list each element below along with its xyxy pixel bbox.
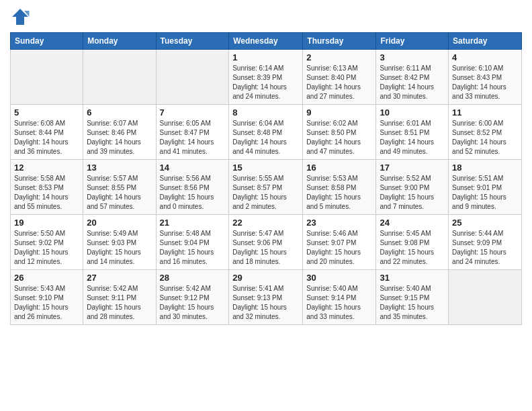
page: SundayMondayTuesdayWednesdayThursdayFrid… — [0, 0, 532, 411]
weekday-header-friday: Friday — [376, 33, 449, 50]
calendar-cell: 28Sunrise: 5:42 AM Sunset: 9:12 PM Dayli… — [156, 270, 229, 325]
calendar-cell: 23Sunrise: 5:46 AM Sunset: 9:07 PM Dayli… — [303, 215, 376, 270]
calendar-cell: 15Sunrise: 5:55 AM Sunset: 8:57 PM Dayli… — [229, 160, 303, 215]
day-number: 10 — [380, 107, 445, 118]
calendar-cell: 30Sunrise: 5:40 AM Sunset: 9:14 PM Dayli… — [303, 270, 376, 325]
calendar-cell: 19Sunrise: 5:50 AM Sunset: 9:02 PM Dayli… — [11, 215, 83, 270]
calendar-cell: 11Sunrise: 6:00 AM Sunset: 8:52 PM Dayli… — [449, 105, 522, 160]
day-number: 17 — [380, 163, 445, 173]
day-number: 23 — [306, 218, 372, 228]
day-info: Sunrise: 6:02 AM Sunset: 8:50 PM Dayligh… — [306, 119, 372, 156]
day-number: 5 — [14, 107, 79, 118]
calendar-cell: 27Sunrise: 5:42 AM Sunset: 9:11 PM Dayli… — [83, 270, 156, 325]
calendar-cell: 9Sunrise: 6:02 AM Sunset: 8:50 PM Daylig… — [303, 105, 376, 160]
day-info: Sunrise: 5:52 AM Sunset: 9:00 PM Dayligh… — [380, 174, 445, 212]
day-info: Sunrise: 6:11 AM Sunset: 8:42 PM Dayligh… — [380, 64, 445, 101]
calendar-cell: 31Sunrise: 5:40 AM Sunset: 9:15 PM Dayli… — [376, 270, 449, 325]
calendar-cell — [11, 50, 83, 105]
day-number: 24 — [380, 218, 445, 228]
week-row-3: 12Sunrise: 5:58 AM Sunset: 8:53 PM Dayli… — [11, 160, 522, 215]
day-number: 20 — [87, 218, 152, 228]
week-row-2: 5Sunrise: 6:08 AM Sunset: 8:44 PM Daylig… — [11, 105, 522, 160]
day-number: 26 — [14, 273, 79, 283]
day-number: 25 — [452, 218, 518, 228]
calendar-cell: 5Sunrise: 6:08 AM Sunset: 8:44 PM Daylig… — [11, 105, 83, 160]
weekday-header-sunday: Sunday — [11, 33, 83, 50]
day-number: 3 — [380, 52, 445, 62]
day-info: Sunrise: 6:13 AM Sunset: 8:40 PM Dayligh… — [306, 64, 372, 101]
calendar-table: SundayMondayTuesdayWednesdayThursdayFrid… — [10, 32, 522, 325]
day-number: 29 — [232, 273, 299, 283]
day-number: 28 — [160, 273, 226, 283]
day-info: Sunrise: 5:43 AM Sunset: 9:10 PM Dayligh… — [14, 284, 79, 322]
calendar-cell: 12Sunrise: 5:58 AM Sunset: 8:53 PM Dayli… — [11, 160, 83, 215]
weekday-header-row: SundayMondayTuesdayWednesdayThursdayFrid… — [11, 33, 522, 50]
day-number: 6 — [87, 107, 152, 118]
calendar-cell: 13Sunrise: 5:57 AM Sunset: 8:55 PM Dayli… — [83, 160, 156, 215]
weekday-header-wednesday: Wednesday — [229, 33, 303, 50]
day-number: 18 — [452, 163, 518, 173]
day-number: 11 — [452, 107, 518, 118]
calendar-cell — [83, 50, 156, 105]
calendar-cell: 8Sunrise: 6:04 AM Sunset: 8:48 PM Daylig… — [229, 105, 303, 160]
calendar-cell: 16Sunrise: 5:53 AM Sunset: 8:58 PM Dayli… — [303, 160, 376, 215]
day-number: 21 — [160, 218, 226, 228]
day-number: 31 — [380, 273, 445, 283]
logo — [10, 7, 33, 27]
logo-icon — [10, 7, 30, 27]
day-info: Sunrise: 5:50 AM Sunset: 9:02 PM Dayligh… — [14, 229, 79, 267]
day-info: Sunrise: 5:55 AM Sunset: 8:57 PM Dayligh… — [232, 174, 299, 212]
calendar-cell: 1Sunrise: 6:14 AM Sunset: 8:39 PM Daylig… — [229, 50, 303, 105]
day-info: Sunrise: 6:04 AM Sunset: 8:48 PM Dayligh… — [232, 119, 299, 156]
day-number: 15 — [232, 163, 299, 173]
day-info: Sunrise: 5:53 AM Sunset: 8:58 PM Dayligh… — [306, 174, 372, 212]
calendar-cell: 6Sunrise: 6:07 AM Sunset: 8:46 PM Daylig… — [83, 105, 156, 160]
day-info: Sunrise: 5:49 AM Sunset: 9:03 PM Dayligh… — [87, 229, 152, 267]
day-info: Sunrise: 5:44 AM Sunset: 9:09 PM Dayligh… — [452, 229, 518, 267]
calendar-cell: 10Sunrise: 6:01 AM Sunset: 8:51 PM Dayli… — [376, 105, 449, 160]
calendar-cell: 21Sunrise: 5:48 AM Sunset: 9:04 PM Dayli… — [156, 215, 229, 270]
calendar-cell: 29Sunrise: 5:41 AM Sunset: 9:13 PM Dayli… — [229, 270, 303, 325]
calendar-cell: 24Sunrise: 5:45 AM Sunset: 9:08 PM Dayli… — [376, 215, 449, 270]
weekday-header-saturday: Saturday — [449, 33, 522, 50]
day-info: Sunrise: 5:47 AM Sunset: 9:06 PM Dayligh… — [232, 229, 299, 267]
calendar-cell: 3Sunrise: 6:11 AM Sunset: 8:42 PM Daylig… — [376, 50, 449, 105]
day-number: 13 — [87, 163, 152, 173]
day-info: Sunrise: 6:07 AM Sunset: 8:46 PM Dayligh… — [87, 119, 152, 156]
weekday-header-monday: Monday — [83, 33, 156, 50]
day-info: Sunrise: 5:46 AM Sunset: 9:07 PM Dayligh… — [306, 229, 372, 267]
day-info: Sunrise: 5:51 AM Sunset: 9:01 PM Dayligh… — [452, 174, 518, 212]
day-number: 22 — [232, 218, 299, 228]
day-number: 19 — [14, 218, 79, 228]
day-info: Sunrise: 6:01 AM Sunset: 8:51 PM Dayligh… — [380, 119, 445, 156]
day-info: Sunrise: 6:05 AM Sunset: 8:47 PM Dayligh… — [160, 119, 226, 156]
day-number: 1 — [232, 52, 299, 62]
day-number: 14 — [160, 163, 226, 173]
calendar-cell: 4Sunrise: 6:10 AM Sunset: 8:43 PM Daylig… — [449, 50, 522, 105]
day-info: Sunrise: 6:08 AM Sunset: 8:44 PM Dayligh… — [14, 119, 79, 156]
calendar-cell: 7Sunrise: 6:05 AM Sunset: 8:47 PM Daylig… — [156, 105, 229, 160]
day-info: Sunrise: 5:40 AM Sunset: 9:15 PM Dayligh… — [380, 284, 445, 322]
day-number: 30 — [306, 273, 372, 283]
header — [10, 7, 522, 27]
day-info: Sunrise: 6:00 AM Sunset: 8:52 PM Dayligh… — [452, 119, 518, 156]
day-info: Sunrise: 5:42 AM Sunset: 9:12 PM Dayligh… — [160, 284, 226, 322]
day-info: Sunrise: 5:57 AM Sunset: 8:55 PM Dayligh… — [87, 174, 152, 212]
calendar-cell: 22Sunrise: 5:47 AM Sunset: 9:06 PM Dayli… — [229, 215, 303, 270]
day-info: Sunrise: 5:40 AM Sunset: 9:14 PM Dayligh… — [306, 284, 372, 322]
calendar-cell: 2Sunrise: 6:13 AM Sunset: 8:40 PM Daylig… — [303, 50, 376, 105]
day-info: Sunrise: 5:41 AM Sunset: 9:13 PM Dayligh… — [232, 284, 299, 322]
calendar-cell: 18Sunrise: 5:51 AM Sunset: 9:01 PM Dayli… — [449, 160, 522, 215]
day-number: 7 — [160, 107, 226, 118]
day-info: Sunrise: 5:56 AM Sunset: 8:56 PM Dayligh… — [160, 174, 226, 212]
week-row-5: 26Sunrise: 5:43 AM Sunset: 9:10 PM Dayli… — [11, 270, 522, 325]
calendar-cell: 14Sunrise: 5:56 AM Sunset: 8:56 PM Dayli… — [156, 160, 229, 215]
day-info: Sunrise: 5:48 AM Sunset: 9:04 PM Dayligh… — [160, 229, 226, 267]
week-row-4: 19Sunrise: 5:50 AM Sunset: 9:02 PM Dayli… — [11, 215, 522, 270]
day-number: 27 — [87, 273, 152, 283]
weekday-header-tuesday: Tuesday — [156, 33, 229, 50]
day-number: 16 — [306, 163, 372, 173]
calendar-cell: 20Sunrise: 5:49 AM Sunset: 9:03 PM Dayli… — [83, 215, 156, 270]
week-row-1: 1Sunrise: 6:14 AM Sunset: 8:39 PM Daylig… — [11, 50, 522, 105]
calendar-cell: 26Sunrise: 5:43 AM Sunset: 9:10 PM Dayli… — [11, 270, 83, 325]
